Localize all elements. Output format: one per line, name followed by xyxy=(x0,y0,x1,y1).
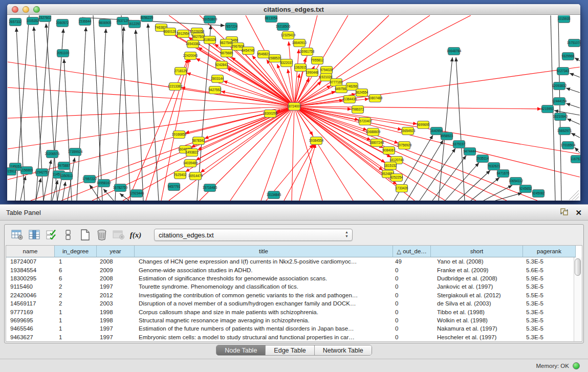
graph-node[interactable]: 16543382 xyxy=(186,40,201,48)
graph-node[interactable]: 8322037 xyxy=(280,59,293,67)
graph-node[interactable]: 5912954 xyxy=(177,30,190,38)
column-selection-icon[interactable] xyxy=(28,228,41,242)
table-row[interactable]: 1830029562008Estimation of significance … xyxy=(6,274,582,282)
graph-node[interactable]: 8471676 xyxy=(497,170,510,178)
graph-node[interactable]: 9699695 xyxy=(417,121,430,129)
graph-node[interactable]: 9084067 xyxy=(383,147,396,155)
column-header-title[interactable]: title xyxy=(135,246,393,257)
graph-node[interactable]: 12213383 xyxy=(168,83,183,91)
graph-node[interactable]: 16210643 xyxy=(553,113,568,121)
table-vertical-scrollbar[interactable] xyxy=(574,257,582,341)
graph-node[interactable]: 8215953 xyxy=(541,105,554,113)
table-select-dropdown[interactable]: citations_edges.txt ▲▼ xyxy=(154,229,353,241)
graph-node[interactable]: 7986372 xyxy=(352,106,364,114)
graph-node[interactable]: 2537129 xyxy=(117,17,129,25)
table-row[interactable]: 977716911998Corpus callosum shape and si… xyxy=(6,308,582,316)
column-header-outde[interactable]: △ out_de… xyxy=(393,246,431,257)
table-row[interactable]: 1456911722003Disruption of a novel membe… xyxy=(6,299,582,308)
graph-node[interactable]: 3624554 xyxy=(356,89,368,97)
graph-node[interactable]: 2935114 xyxy=(476,155,489,163)
graph-node[interactable]: 9245082 xyxy=(532,190,545,198)
column-header-pagerank[interactable]: pagerank xyxy=(523,246,576,257)
graph-node[interactable]: 16961758 xyxy=(300,48,315,56)
graph-node[interactable]: 17957222 xyxy=(82,176,97,183)
graph-node[interactable]: 1350513 xyxy=(60,172,73,180)
graph-node[interactable]: 9329966 xyxy=(562,53,575,60)
network-graph[interactable]: 1872400774638228660128591295415226058982… xyxy=(7,15,580,201)
network-canvas[interactable]: 1872400774638228660128591295415226058982… xyxy=(7,15,580,201)
table-row[interactable]: 969969511998Structural magnetic resonanc… xyxy=(6,316,582,324)
table-row[interactable]: 1938455462009Genome-wide association stu… xyxy=(6,266,582,274)
graph-node[interactable]: 17359924 xyxy=(68,148,83,156)
graph-node[interactable]: 1733426 xyxy=(396,185,408,192)
tab-network-table[interactable]: Network Table xyxy=(315,345,372,355)
graph-node[interactable]: 19166852 xyxy=(172,131,187,139)
graph-node[interactable]: 15716485 xyxy=(203,184,217,192)
table-row[interactable]: 911546021997Tourette syndrome. Phenomeno… xyxy=(6,282,582,291)
graph-node[interactable]: 9794028 xyxy=(320,67,333,74)
graph-node[interactable]: 9227343 xyxy=(557,68,570,75)
row-check-icon[interactable] xyxy=(45,228,58,242)
graph-node[interactable]: 22420046 xyxy=(183,52,198,60)
graph-node[interactable]: 1612297 xyxy=(128,20,141,28)
graph-node[interactable]: 1527602 xyxy=(39,15,52,22)
graph-node[interactable]: 12444154 xyxy=(552,98,567,105)
graph-node[interactable]: 16914479 xyxy=(188,172,203,180)
graph-node[interactable]: 18640910 xyxy=(292,39,307,47)
graph-node[interactable]: 16958167 xyxy=(97,180,112,187)
graph-node[interactable]: 2051100 xyxy=(57,50,70,57)
graph-node[interactable]: 9474444 xyxy=(464,148,476,156)
graph-node[interactable]: 21364436 xyxy=(342,96,357,103)
float-panel-icon[interactable] xyxy=(560,208,568,217)
graph-node[interactable]: 9252254 xyxy=(390,174,403,182)
graph-node[interactable]: 1167535 xyxy=(571,156,580,163)
graph-node[interactable]: 7857224 xyxy=(225,23,238,31)
resize-grip-icon[interactable] xyxy=(575,196,579,200)
resize-grip-icon[interactable] xyxy=(572,193,579,200)
graph-node[interactable]: 1815152 xyxy=(384,162,397,170)
column-header-indegree[interactable]: in_degree xyxy=(55,246,97,257)
table-row[interactable]: 2242004622012Investigating the contribut… xyxy=(6,291,582,299)
new-table-icon[interactable] xyxy=(78,228,92,242)
graph-node[interactable]: 19384554 xyxy=(309,137,324,145)
graph-node[interactable]: 1015935 xyxy=(558,15,571,23)
import-table-icon[interactable] xyxy=(112,228,125,242)
stacked-rows-icon[interactable] xyxy=(61,228,75,242)
graph-node[interactable]: 8660128 xyxy=(164,28,177,36)
graph-node[interactable]: 8813054 xyxy=(265,15,278,23)
graph-node[interactable]: 1990448 xyxy=(306,69,319,77)
graph-node[interactable]: 7632621 xyxy=(488,163,500,170)
graph-node[interactable]: 9457791 xyxy=(168,183,181,191)
graph-node[interactable]: 9975887 xyxy=(58,162,71,170)
graph-node[interactable]: 15720407 xyxy=(358,118,373,125)
scrollbar-thumb[interactable] xyxy=(575,258,581,276)
graph-node[interactable]: 12942757 xyxy=(35,169,50,177)
graph-node[interactable]: 10654112 xyxy=(509,178,523,185)
graph-node[interactable]: 9427552 xyxy=(209,86,222,94)
graph-node[interactable]: 18807248 xyxy=(369,139,384,147)
graph-node[interactable]: 15692971 xyxy=(557,127,572,135)
graph-node[interactable]: 8186328 xyxy=(204,36,216,44)
graph-node[interactable]: 9242843 xyxy=(215,61,228,69)
graph-node[interactable]: 18724007 xyxy=(287,103,302,111)
graph-node[interactable]: 3915911 xyxy=(7,168,17,176)
graph-node[interactable]: 12923446 xyxy=(129,190,144,198)
graph-node[interactable]: 8056229 xyxy=(141,15,154,22)
graph-node[interactable]: 9806905 xyxy=(99,19,112,27)
column-header-short[interactable]: short xyxy=(431,246,523,257)
graph-node[interactable]: 14039489 xyxy=(183,160,198,167)
graph-node[interactable]: 19218506 xyxy=(276,23,291,31)
window-titlebar[interactable]: citations_edges.txt xyxy=(7,4,580,15)
graph-node[interactable]: 15134845 xyxy=(267,191,281,199)
graph-node[interactable]: 1588520 xyxy=(269,55,281,62)
graph-node[interactable]: 9827546 xyxy=(220,39,233,47)
table-settings-icon[interactable] xyxy=(11,228,24,242)
graph-node[interactable]: 16053809 xyxy=(203,16,217,24)
graph-node[interactable]: 10688609 xyxy=(366,128,381,136)
graph-node[interactable]: 18300295 xyxy=(263,110,278,118)
graph-node[interactable]: 2657332 xyxy=(9,18,22,26)
graph-node[interactable]: 19756928 xyxy=(397,142,412,149)
graph-node[interactable]: 12093832 xyxy=(552,82,567,90)
graph-node[interactable]: 16648784 xyxy=(447,48,462,55)
graph-node[interactable]: 15654923 xyxy=(401,127,416,135)
